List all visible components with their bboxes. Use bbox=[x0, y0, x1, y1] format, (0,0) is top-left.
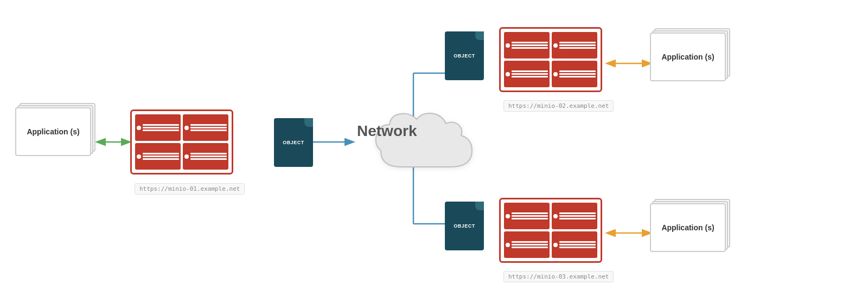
rack-bar bbox=[190, 158, 227, 160]
object-doc-top: OBJECT bbox=[445, 31, 484, 80]
rack-bar bbox=[190, 156, 227, 157]
rack-bars bbox=[512, 42, 548, 49]
rack-dot bbox=[137, 126, 141, 130]
rack-bar bbox=[143, 158, 179, 160]
app-bottom-label: Application (s) bbox=[650, 203, 726, 252]
rack-unit bbox=[135, 114, 181, 141]
rack-bar bbox=[190, 153, 227, 154]
url-minio02: https://minio-02.example.net bbox=[503, 100, 614, 112]
cloud-svg bbox=[342, 96, 486, 186]
app-top-label: Application (s) bbox=[650, 33, 726, 81]
server-left bbox=[130, 109, 233, 174]
rack-bars bbox=[190, 124, 227, 131]
rack-bars bbox=[143, 124, 179, 131]
rack-dot bbox=[184, 126, 189, 130]
app-left-label: Application (s) bbox=[15, 107, 91, 156]
app-bottom-stack: Application (s) bbox=[650, 203, 726, 252]
rack-bars bbox=[143, 153, 179, 160]
rack-unit bbox=[135, 143, 181, 170]
rack-bars bbox=[190, 153, 227, 160]
object-doc-bottom: OBJECT bbox=[445, 202, 484, 250]
network-label: Network bbox=[357, 122, 417, 140]
object-doc-left: OBJECT bbox=[274, 118, 313, 167]
rack-unit bbox=[183, 114, 228, 141]
cloud-network: Network bbox=[342, 96, 486, 188]
rack-dot bbox=[184, 154, 189, 159]
diagram-container: Application (s) bbox=[0, 0, 868, 291]
server-top bbox=[499, 27, 602, 92]
rack-bar bbox=[190, 130, 227, 131]
app-top-stack: Application (s) bbox=[650, 33, 726, 81]
rack-bar bbox=[143, 156, 179, 157]
app-left-stack: Application (s) bbox=[15, 107, 91, 156]
rack-bar bbox=[143, 124, 179, 126]
rack-bar bbox=[143, 130, 179, 131]
rack-dot bbox=[137, 154, 141, 159]
url-minio03: https://minio-03.example.net bbox=[503, 271, 614, 282]
rack-bar bbox=[143, 153, 179, 154]
rack-unit bbox=[183, 143, 228, 170]
server-bottom bbox=[499, 198, 602, 263]
rack-dot bbox=[506, 43, 510, 48]
url-minio01: https://minio-01.example.net bbox=[135, 183, 245, 195]
rack-unit bbox=[504, 32, 550, 59]
rack-unit bbox=[552, 32, 597, 59]
rack-bar bbox=[190, 124, 227, 126]
rack-bar bbox=[143, 127, 179, 128]
rack-bar bbox=[190, 127, 227, 128]
